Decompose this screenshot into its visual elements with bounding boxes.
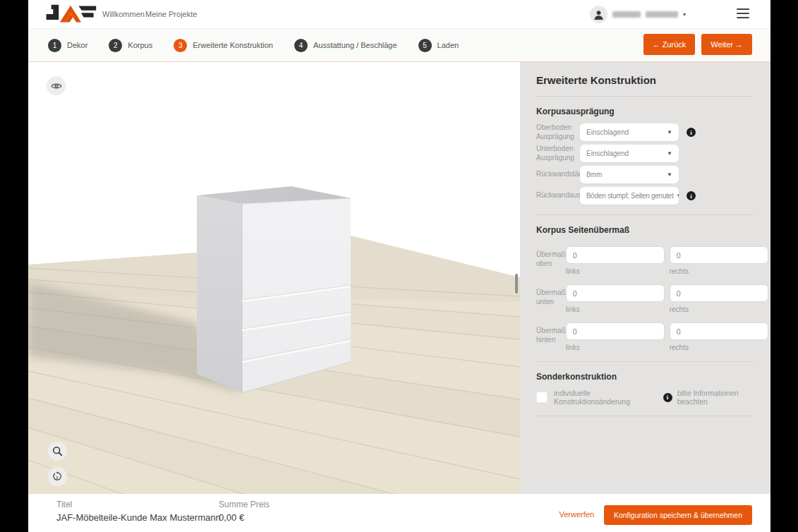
step-number: 4 bbox=[294, 39, 308, 52]
uebermass-oben-label: Übermaß oben bbox=[536, 246, 566, 275]
summe-preis-value: 0,00 € bbox=[219, 512, 270, 523]
3d-scene bbox=[28, 62, 520, 494]
app-window: Willkommen Meine Projekte ▾ 1 Dekor 2 Ko… bbox=[28, 0, 770, 532]
individuelle-konstruktion-checkbox[interactable] bbox=[536, 392, 548, 403]
user-menu[interactable]: ▾ bbox=[590, 6, 686, 23]
step-label: Erweiterte Konstruktion bbox=[193, 41, 273, 49]
main-area: x Erweiterte Konstruktion Korpusausprägu… bbox=[28, 62, 770, 494]
top-header: Willkommen Meine Projekte ▾ bbox=[28, 0, 770, 29]
step-number: 3 bbox=[174, 39, 187, 52]
rueckwandauspraegung-select[interactable]: Böden stumpf, Seiten genutet ▼ bbox=[580, 187, 679, 205]
discard-button[interactable]: Verwerfen bbox=[559, 510, 594, 519]
step-label: Korpus bbox=[128, 41, 152, 49]
info-icon[interactable]: i bbox=[687, 128, 696, 137]
oberboden-select[interactable]: Einschlagend ▼ bbox=[580, 123, 679, 141]
step-label: Dekor bbox=[67, 41, 87, 49]
svg-text:x: x bbox=[56, 475, 59, 480]
step-number: 2 bbox=[109, 39, 122, 52]
user-name-redacted bbox=[646, 11, 678, 18]
cabinet-3d-model[interactable] bbox=[197, 186, 351, 393]
nav-meine-projekte[interactable]: Meine Projekte bbox=[145, 10, 197, 18]
back-button[interactable]: ← Zurück bbox=[643, 34, 696, 55]
uebermass-hinten-label: Übermaß hinten bbox=[536, 322, 566, 351]
step-number: 1 bbox=[48, 39, 61, 52]
uebermass-oben-rechts-input[interactable] bbox=[670, 246, 768, 264]
rueckwandauspraegung-label: Rückwandauspr... bbox=[536, 191, 580, 200]
bottom-bar: Titel JAF-Möbelteile-Kunde Max Musterman… bbox=[28, 494, 770, 532]
summe-preis-label: Summe Preis bbox=[219, 500, 270, 509]
user-name-redacted bbox=[612, 11, 641, 18]
titel-label: Titel bbox=[56, 500, 221, 509]
next-button[interactable]: Weiter → bbox=[701, 34, 752, 55]
info-icon[interactable]: i bbox=[687, 191, 696, 200]
chevron-down-icon: ▼ bbox=[664, 129, 672, 135]
rueckwandstaerke-label: Rückwandstärke bbox=[536, 170, 580, 179]
uebermass-unten-links-input[interactable] bbox=[566, 284, 665, 302]
hamburger-menu-icon[interactable] bbox=[737, 8, 749, 18]
info-icon[interactable]: i bbox=[663, 393, 672, 402]
step-ausstattung[interactable]: 4 Ausstattung / Beschläge bbox=[294, 39, 397, 52]
chevron-down-icon: ▼ bbox=[664, 171, 672, 178]
caption-rechts: rechts bbox=[670, 267, 768, 275]
checkbox-label: individuelle Konstruktionsänderung bbox=[554, 389, 648, 406]
oberboden-label: Oberboden Ausprägung bbox=[536, 123, 580, 141]
user-avatar-icon bbox=[590, 6, 607, 23]
chevron-down-icon: ▼ bbox=[673, 193, 679, 199]
eye-icon bbox=[51, 82, 62, 90]
panel-title: Erweiterte Konstruktion bbox=[536, 74, 754, 86]
rueckwandstaerke-select[interactable]: 8mm ▼ bbox=[580, 166, 679, 183]
uebermass-hinten-rechts-input[interactable] bbox=[670, 322, 768, 340]
caption-rechts: rechts bbox=[670, 344, 768, 351]
jaf-logo[interactable] bbox=[42, 4, 99, 25]
chevron-down-icon: ▼ bbox=[664, 150, 672, 157]
step-number: 5 bbox=[418, 39, 432, 52]
nav-willkommen[interactable]: Willkommen bbox=[102, 10, 145, 18]
reset-rotation-button[interactable]: x bbox=[48, 467, 67, 486]
caption-links: links bbox=[566, 344, 665, 351]
step-navigation: 1 Dekor 2 Korpus 3 Erweiterte Konstrukti… bbox=[28, 29, 770, 62]
unterboden-select[interactable]: Einschlagend ▼ bbox=[580, 145, 679, 162]
uebermass-oben-links-input[interactable] bbox=[566, 246, 665, 264]
step-laden[interactable]: 5 Laden bbox=[418, 39, 459, 52]
titel-value: JAF-Möbelteile-Kunde Max Mustermann bbox=[56, 512, 221, 523]
section-sonderkonstruktion: Sonderkonstruktion bbox=[536, 372, 754, 382]
step-dekor[interactable]: 1 Dekor bbox=[48, 39, 87, 52]
step-erweiterte-konstruktion[interactable]: 3 Erweiterte Konstruktion bbox=[174, 39, 273, 52]
visibility-toggle-button[interactable] bbox=[47, 76, 66, 95]
caption-rechts: rechts bbox=[670, 306, 768, 313]
step-label: Laden bbox=[437, 41, 459, 49]
section-korpusauspraegung: Korpusausprägung bbox=[536, 107, 754, 116]
viewport-scrollbar-thumb[interactable] bbox=[515, 274, 518, 294]
unterboden-label: Unterboden Ausprägung bbox=[536, 145, 580, 162]
zoom-button[interactable] bbox=[48, 442, 67, 461]
caption-links: links bbox=[566, 306, 665, 313]
save-configuration-button[interactable]: Konfiguration speichern & übernehmen bbox=[604, 505, 752, 525]
uebermass-hinten-links-input[interactable] bbox=[566, 322, 665, 340]
uebermass-unten-label: Übermaß unten bbox=[536, 284, 566, 313]
config-panel: Erweiterte Konstruktion Korpusausprägung… bbox=[520, 62, 770, 494]
rotate-reset-icon: x bbox=[52, 471, 63, 482]
step-korpus[interactable]: 2 Korpus bbox=[109, 39, 152, 52]
chevron-down-icon: ▾ bbox=[683, 11, 686, 18]
caption-links: links bbox=[566, 267, 665, 275]
uebermass-unten-rechts-input[interactable] bbox=[670, 284, 768, 302]
3d-viewport[interactable]: x bbox=[28, 62, 520, 494]
step-label: Ausstattung / Beschläge bbox=[313, 41, 397, 49]
magnifier-icon bbox=[52, 446, 63, 457]
info-text: bitte Informationen beachten bbox=[677, 389, 754, 406]
section-seitenuebermass: Korpus Seitenübermaß bbox=[536, 225, 754, 235]
